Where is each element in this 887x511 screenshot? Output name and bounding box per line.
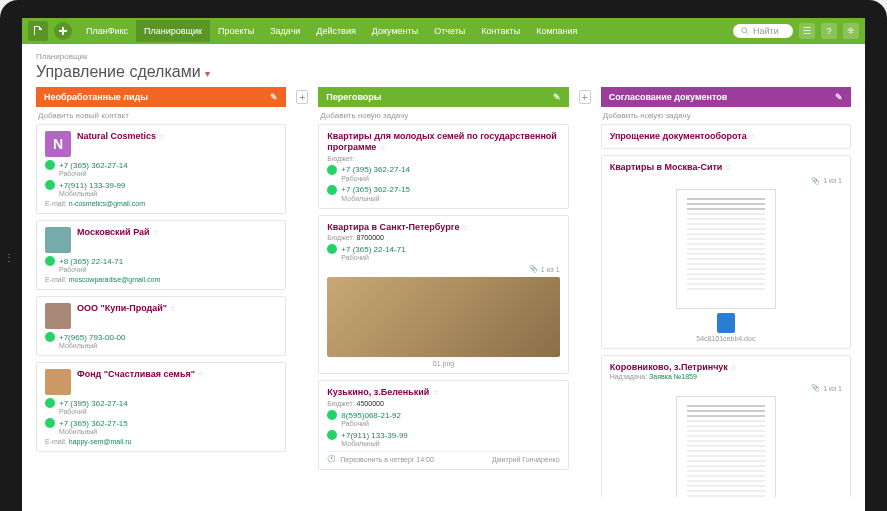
card-title[interactable]: Кузькино, з.Беленький — [327, 387, 429, 397]
nav-item[interactable]: Проекты — [210, 20, 262, 42]
star-icon[interactable]: ☆ — [152, 228, 159, 237]
add-column-icon[interactable]: + — [296, 90, 308, 104]
edit-icon[interactable]: ✎ — [835, 92, 843, 102]
clock-icon: 🕐 — [327, 455, 336, 463]
card-title[interactable]: Natural Cosmetics — [77, 131, 156, 141]
card[interactable]: Квартиры в Москва-Сити ☆📎 1 из 154c8101c… — [601, 155, 851, 349]
card-title[interactable]: Коровниково, з.Петринчук — [610, 362, 728, 372]
phone-number[interactable]: +7(911) 133-39-99 — [59, 181, 126, 190]
card[interactable]: ООО "Купи-Продай" ☆+7(965) 793-00-00Моби… — [36, 296, 286, 356]
document-preview[interactable] — [676, 396, 776, 497]
phone-type: Рабочий — [341, 254, 559, 261]
card[interactable]: NNatural Cosmetics ☆+7 (365) 362-27-14Ра… — [36, 124, 286, 214]
document-preview[interactable] — [676, 189, 776, 309]
email-value[interactable]: happy-sem@mail.ru — [69, 438, 132, 445]
nav-item[interactable]: Документы — [364, 20, 426, 42]
file-name: 01.png — [327, 360, 559, 367]
card[interactable]: Московский Рай ☆+8 (365) 22-14-71Рабочий… — [36, 220, 286, 290]
star-icon[interactable]: ☆ — [462, 223, 469, 232]
phone-number[interactable]: 8(595)068-21-92 — [341, 411, 401, 420]
card-title[interactable]: Квартира в Санкт-Петербурге — [327, 222, 459, 232]
apps-icon[interactable]: ⁜ — [843, 23, 859, 39]
breadcrumb[interactable]: Планировщик — [36, 52, 851, 61]
star-icon[interactable]: ☆ — [158, 132, 165, 141]
card[interactable]: Квартира в Санкт-Петербурге ☆Бюджет: 870… — [318, 215, 568, 375]
phone-number[interactable]: +7 (365) 362-27-15 — [341, 185, 410, 194]
image-preview[interactable] — [327, 277, 559, 357]
phone-type: Мобильный — [59, 190, 277, 197]
email-label: E-mail: — [45, 276, 67, 283]
nav-item[interactable]: Контакты — [473, 20, 528, 42]
nav-item[interactable]: Планировщик — [136, 20, 210, 42]
card[interactable]: Коровниково, з.Петринчук ☆Надзадача: Зая… — [601, 355, 851, 497]
add-column-icon[interactable]: + — [579, 90, 591, 104]
phone-number[interactable]: +7 (395) 362-27-14 — [341, 165, 410, 174]
add-icon[interactable] — [54, 22, 72, 40]
logo-icon[interactable] — [28, 21, 48, 41]
column-header[interactable]: Согласование документов✎ — [601, 87, 851, 107]
phone-number[interactable]: +8 (365) 22-14-71 — [59, 257, 123, 266]
menu-icon[interactable]: ☰ — [799, 23, 815, 39]
card-title[interactable]: Квартиры для молодых семей по государств… — [327, 131, 557, 152]
edit-icon[interactable]: ✎ — [270, 92, 278, 102]
attachment-count: 📎 1 из 1 — [610, 384, 842, 392]
add-card-link[interactable]: Добавить новый контакт — [36, 107, 286, 124]
doc-file-icon[interactable] — [717, 313, 735, 333]
phone-number[interactable]: +7 (365) 22-14-71 — [341, 245, 405, 254]
card-title[interactable]: Упрощение документооборота — [610, 131, 747, 141]
phone-type: Мобильный — [341, 195, 559, 202]
search-placeholder: Найти — [753, 26, 779, 36]
star-icon[interactable]: ☆ — [749, 132, 756, 141]
phone-number[interactable]: +7(911) 133-39-99 — [341, 431, 408, 440]
phone-type: Мобильный — [341, 440, 559, 447]
phone-icon — [327, 430, 337, 440]
edit-icon[interactable]: ✎ — [553, 92, 561, 102]
email-value[interactable]: moscowparadise@gmail.com — [69, 276, 161, 283]
phone-type: Рабочий — [59, 266, 277, 273]
card[interactable]: Упрощение документооборота ☆ — [601, 124, 851, 149]
search-input[interactable]: Найти — [733, 24, 793, 38]
phone-icon — [45, 160, 55, 170]
phone-type: Рабочий — [341, 420, 559, 427]
column-header[interactable]: Необработанные лиды✎ — [36, 87, 286, 107]
subtask-link[interactable]: Заявка №1859 — [649, 373, 697, 380]
nav-item[interactable]: ПланФикс — [78, 20, 136, 42]
nav-item[interactable]: Задачи — [262, 20, 308, 42]
star-icon[interactable]: ☆ — [169, 304, 176, 313]
card[interactable]: Квартиры для молодых семей по государств… — [318, 124, 568, 209]
clip-icon: 📎 — [811, 384, 820, 392]
clip-icon: 📎 — [529, 265, 538, 273]
phone-number[interactable]: +7(965) 793-00-00 — [59, 333, 126, 342]
chevron-down-icon[interactable]: ▾ — [205, 68, 210, 79]
star-icon[interactable]: ☆ — [432, 388, 439, 397]
star-icon[interactable]: ☆ — [197, 370, 204, 379]
nav-item[interactable]: Действия — [308, 20, 363, 42]
nav-item[interactable]: Компания — [528, 20, 585, 42]
card-title[interactable]: Фонд "Счастливая семья" — [77, 369, 195, 379]
help-icon[interactable]: ? — [821, 23, 837, 39]
card-title[interactable]: Квартиры в Москва-Сити — [610, 162, 723, 172]
phone-number[interactable]: +7 (395) 362-27-14 — [59, 399, 128, 408]
email-value[interactable]: n-cosmetics@gmail.com — [69, 200, 145, 207]
phone-number[interactable]: +7 (365) 362-27-14 — [59, 161, 128, 170]
page-title: Управление сделками ▾ — [36, 63, 851, 81]
footer-text: Перезвонить в четверг 14:00 — [340, 456, 434, 463]
star-icon[interactable]: ☆ — [379, 143, 386, 152]
star-icon[interactable]: ☆ — [730, 363, 737, 372]
column-header[interactable]: Переговоры✎ — [318, 87, 568, 107]
add-card-link[interactable]: Добавить новую задачу — [601, 107, 851, 124]
footer-user: Дмитрий Гончаренко — [492, 456, 560, 463]
avatar: N — [45, 131, 71, 157]
phone-icon — [45, 398, 55, 408]
email-label: E-mail: — [45, 200, 67, 207]
add-card-link[interactable]: Добавить новую задачу — [318, 107, 568, 124]
phone-number[interactable]: +7 (365) 362-27-15 — [59, 419, 128, 428]
star-icon[interactable]: ☆ — [725, 163, 732, 172]
nav-item[interactable]: Отчеты — [426, 20, 473, 42]
avatar — [45, 303, 71, 329]
card[interactable]: Фонд "Счастливая семья" ☆+7 (395) 362-27… — [36, 362, 286, 452]
card-title[interactable]: Московский Рай — [77, 227, 150, 237]
kanban-column: Переговоры✎Добавить новую задачуКвартиры… — [318, 87, 568, 497]
card[interactable]: Кузькино, з.Беленький ☆Бюджет: 45000008(… — [318, 380, 568, 470]
card-title[interactable]: ООО "Купи-Продай" — [77, 303, 167, 313]
